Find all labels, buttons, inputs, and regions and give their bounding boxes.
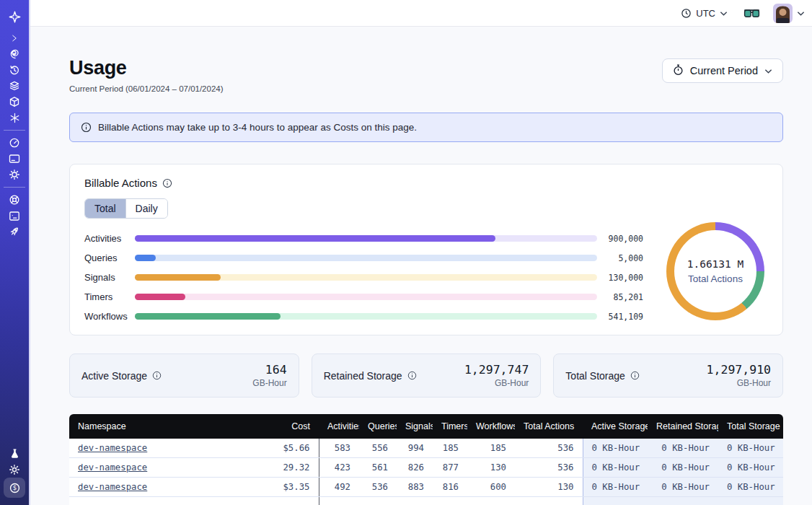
current-period-button[interactable]: Current Period [662, 58, 783, 83]
spiral-icon [9, 48, 20, 60]
cell-activities: 583 [319, 439, 359, 458]
sidebar-item-terminal[interactable] [4, 208, 25, 224]
bar-row-signals: Signals130,000 [84, 274, 643, 281]
cell-cost: 29.32 [257, 458, 319, 478]
topbar: UTC [30, 0, 812, 27]
bar-value: 85,201 [597, 292, 643, 302]
chevron-down-icon [764, 65, 772, 76]
sidebar-item-credit-card[interactable] [4, 151, 25, 167]
bar-label: Signals [84, 272, 135, 283]
cell-namespace: dev-namespace [69, 478, 257, 497]
bar-label: Workflows [84, 311, 135, 322]
column-header-queries: Queries [359, 414, 397, 439]
bar-fill [135, 255, 156, 261]
chevron-right-icon [10, 34, 19, 43]
cube-icon [9, 96, 20, 107]
sidebar-item-rocket[interactable] [4, 224, 25, 240]
cell-empty [467, 497, 515, 505]
sidebar-item-sun[interactable] [4, 462, 25, 478]
bar-label: Queries [84, 252, 135, 263]
asterisk-icon [9, 113, 20, 123]
cell-retained-storage: 0 KB-Hour [648, 458, 718, 478]
temporal-logo-icon [9, 11, 21, 23]
sidebar-item-temporal-logo[interactable] [4, 6, 25, 27]
timezone-label: UTC [696, 8, 715, 19]
bar-fill [135, 235, 495, 242]
sidebar-item-dollar-coin[interactable]: $ [4, 478, 25, 498]
namespace-link[interactable]: dev-namespace [78, 443, 147, 453]
bar-row-timers: Timers85,201 [84, 294, 643, 300]
column-header-total-storage: Total Storage [718, 414, 783, 439]
column-header-retained-storage: Retained Storage [648, 414, 718, 439]
cell-empty [257, 497, 319, 505]
bar-value: 5,000 [597, 253, 643, 263]
terminal-icon [9, 211, 20, 221]
sidebar-item-gauge[interactable] [4, 135, 25, 151]
cell-queries: 556 [359, 439, 397, 458]
cell-total-storage: 0 KB-Hour [718, 478, 783, 497]
storage-card-label: Total Storage [565, 370, 625, 382]
page-subtitle: Current Period (06/01/2024 – 07/01/2024) [69, 84, 224, 93]
column-header-total-actions: Total Actions [515, 414, 583, 439]
total-actions-donut: 1.66131 M Total Actions [666, 222, 764, 320]
cell-total-storage: 0 KB-Hour [718, 439, 783, 458]
column-header-cost: Cost [257, 414, 319, 439]
credit-card-icon [9, 154, 20, 164]
info-icon[interactable] [162, 178, 172, 188]
chevron-down-icon [797, 6, 805, 19]
sidebar-divider [4, 130, 25, 131]
banner-text: Billable Actions may take up to 3-4 hour… [98, 122, 417, 133]
bar-value: 130,000 [597, 273, 643, 283]
sidebar-item-history-clock[interactable] [4, 62, 25, 78]
tab-daily[interactable]: Daily [125, 199, 167, 218]
cell-timers: 185 [433, 439, 467, 458]
sidebar-item-gear[interactable] [4, 167, 25, 183]
stopwatch-icon [673, 64, 684, 78]
cell-total-storage: 0 KB-Hour [718, 458, 783, 478]
storage-card-total-storage: Total Storage1,297,910GB-Hour [553, 354, 783, 398]
namespace-usage-table: NamespaceCostActivitiesQueriesSignalsTim… [69, 414, 783, 505]
namespace-link[interactable]: dev-namespace [78, 462, 147, 473]
chevron-down-icon [720, 6, 728, 19]
timezone-selector[interactable]: UTC [676, 4, 732, 22]
sidebar: $ [0, 0, 30, 505]
billable-actions-bar-chart: Activities900,000Queries5,000Signals130,… [84, 235, 643, 320]
cell-total-actions: 130 [515, 478, 583, 497]
sidebar-item-cube[interactable] [4, 94, 25, 110]
info-icon [81, 122, 92, 133]
column-header-workflows: Workflows [467, 414, 515, 439]
rocket-icon [9, 226, 20, 237]
cell-active-storage: 0 KB-Hour [583, 478, 648, 497]
cell-empty [583, 497, 648, 505]
table-row-partial [69, 497, 783, 505]
info-icon[interactable] [407, 371, 417, 380]
cell-active-storage: 0 KB-Hour [583, 458, 648, 478]
sidebar-item-flask[interactable] [4, 446, 25, 462]
main-content: Usage Current Period (06/01/2024 – 07/01… [30, 27, 812, 505]
storage-card-value: 1,297,910 [707, 363, 771, 377]
namespace-link[interactable]: dev-namespace [78, 482, 147, 492]
storage-card-active-storage: Active Storage164GB-Hour [69, 354, 299, 398]
bar-label: Activities [84, 233, 135, 244]
sidebar-item-asterisk[interactable] [4, 110, 25, 126]
storage-card-unit: GB-Hour [464, 378, 529, 388]
sidebar-item-layers[interactable] [4, 78, 25, 94]
cell-retained-storage: 0 KB-Hour [648, 478, 718, 497]
chart-mode-tabs: Total Daily [84, 198, 168, 219]
goggles-icon[interactable] [743, 9, 760, 18]
info-icon[interactable] [630, 371, 640, 380]
info-icon[interactable] [152, 371, 162, 380]
cell-signals: 883 [397, 478, 433, 497]
gauge-icon [9, 137, 20, 149]
sidebar-item-lifebuoy[interactable] [4, 192, 25, 208]
bar-value: 900,000 [597, 234, 643, 244]
column-header-signals: Signals [397, 414, 433, 439]
sidebar-item-spiral[interactable] [4, 46, 25, 62]
donut-total-label: Total Actions [688, 273, 743, 284]
tab-total[interactable]: Total [85, 199, 125, 218]
user-menu[interactable] [773, 4, 805, 23]
cell-timers: 816 [433, 478, 467, 497]
cell-retained-storage: 0 KB-Hour [648, 439, 718, 458]
sidebar-item-chevron-right[interactable] [4, 30, 25, 46]
cell-active-storage: 0 KB-Hour [583, 439, 648, 458]
